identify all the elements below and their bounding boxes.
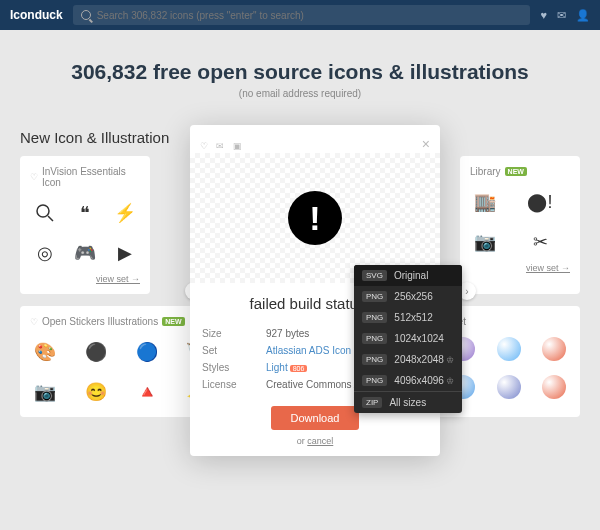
page-title: 306,832 free open source icons & illustr…: [20, 60, 580, 84]
sticker-icon[interactable]: 📷: [30, 377, 60, 407]
quote-icon[interactable]: ❝: [70, 198, 100, 228]
panel-library: LibraryNEW 🏬 ⬤! 📷 ✂ view set →: [460, 156, 580, 294]
download-button[interactable]: Download: [271, 406, 360, 430]
search-icon[interactable]: [30, 198, 60, 228]
new-badge: NEW: [162, 317, 184, 326]
target-icon[interactable]: ◎: [30, 238, 60, 268]
app-header: Iconduck ♥ ✉ 👤: [0, 0, 600, 30]
crown-icon: ♔: [446, 355, 454, 365]
download-option-png-256[interactable]: PNG256x256: [354, 286, 462, 307]
download-option-zip[interactable]: ZIPAll sizes: [354, 391, 462, 413]
panel-title: InVision Essentials Icon: [42, 166, 140, 188]
sticker-icon[interactable]: 🔵: [132, 337, 162, 367]
search-box[interactable]: [73, 5, 531, 25]
heart-icon[interactable]: ♡: [200, 141, 208, 151]
lightning-icon[interactable]: ⚡: [110, 198, 140, 228]
heart-icon[interactable]: ♡: [30, 172, 38, 182]
close-icon[interactable]: ×: [422, 136, 430, 152]
color-swatch[interactable]: [542, 375, 566, 399]
new-badge: NEW: [505, 167, 527, 176]
download-option-png-1024[interactable]: PNG1024x1024: [354, 328, 462, 349]
search-input[interactable]: [97, 10, 523, 21]
color-swatch[interactable]: [542, 337, 566, 361]
download-option-svg[interactable]: SVGOriginal: [354, 265, 462, 286]
image-icon[interactable]: ▣: [233, 141, 242, 151]
cancel-row: or cancel: [200, 436, 430, 446]
inbox-icon[interactable]: ✉: [216, 141, 224, 151]
heart-icon[interactable]: ♥: [540, 9, 547, 22]
sticker-icon[interactable]: 😊: [81, 377, 111, 407]
view-set-link[interactable]: view set →: [470, 263, 570, 273]
svg-point-0: [37, 205, 49, 217]
store-icon[interactable]: 🏬: [470, 187, 500, 217]
view-set-link[interactable]: view set →: [30, 274, 140, 284]
set-link[interactable]: Atlassian ADS Icon Lib: [266, 345, 367, 356]
style-link[interactable]: Light: [266, 362, 288, 373]
panel-title: Library: [470, 166, 501, 177]
meta-table: Size927 bytes SetAtlassian ADS Icon Lib …: [200, 324, 369, 394]
download-format-menu: SVGOriginal PNG256x256 PNG512x512 PNG102…: [354, 265, 462, 413]
panel-title: Open Stickers Illustrations: [42, 316, 158, 327]
logo[interactable]: Iconduck: [10, 8, 63, 22]
color-swatch[interactable]: [497, 337, 521, 361]
download-option-png-4096[interactable]: PNG4096x4096♔: [354, 370, 462, 391]
gamepad-icon[interactable]: 🎮: [70, 238, 100, 268]
svg-line-1: [48, 216, 53, 221]
cut-icon[interactable]: ✂: [525, 227, 555, 257]
cancel-link[interactable]: cancel: [307, 436, 333, 446]
sticker-icon[interactable]: 🎨: [30, 337, 60, 367]
heart-icon[interactable]: ♡: [30, 317, 38, 327]
play-icon[interactable]: ▶: [110, 238, 140, 268]
panel-invision: ♡InVision Essentials Icon ❝ ⚡ ◎ 🎮 ▶ view…: [20, 156, 150, 294]
download-option-png-512[interactable]: PNG512x512: [354, 307, 462, 328]
alert-icon[interactable]: ⬤!: [525, 187, 555, 217]
sticker-icon[interactable]: 🔺: [132, 377, 162, 407]
color-swatch[interactable]: [497, 375, 521, 399]
camera-off-icon[interactable]: 📷: [470, 227, 500, 257]
search-icon: [81, 10, 91, 20]
sticker-icon[interactable]: ⚫: [81, 337, 111, 367]
failed-build-icon: !: [288, 191, 342, 245]
user-icon[interactable]: 👤: [576, 9, 590, 22]
crown-icon: ♔: [446, 376, 454, 386]
icon-preview: ! View details: [190, 153, 440, 283]
download-option-png-2048[interactable]: PNG2048x2048♔: [354, 349, 462, 370]
inbox-icon[interactable]: ✉: [557, 9, 566, 22]
page-subtitle: (no email address required): [20, 88, 580, 99]
